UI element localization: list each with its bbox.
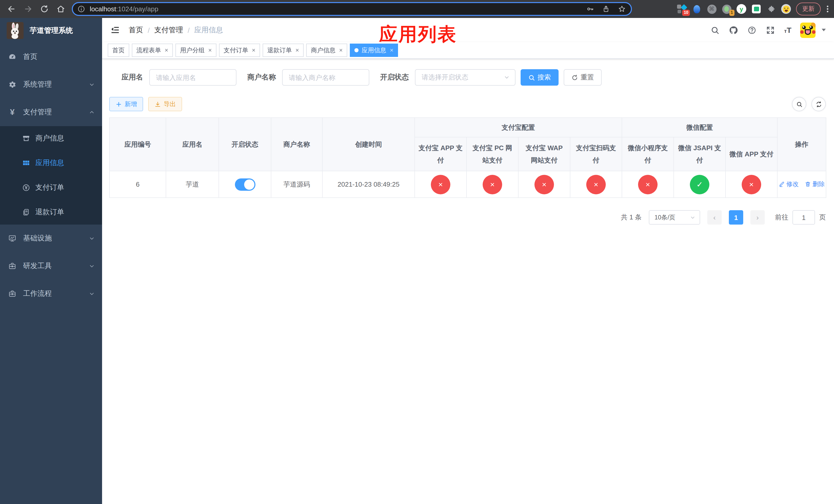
filter-row: 应用名 商户名称 开启状态 请选择开启状态	[109, 69, 826, 86]
apps-table: 应用编号应用名开启状态商户名称创建时间支付宝配置微信配置操作支付宝 APP 支付…	[109, 117, 826, 198]
current-page[interactable]: 1	[729, 210, 743, 225]
search-icon[interactable]	[710, 25, 720, 35]
sidebar-item-merchant-info[interactable]: 商户信息	[0, 126, 102, 151]
yudao-extension-icon[interactable]: y	[737, 4, 746, 14]
back-icon[interactable]	[6, 4, 16, 14]
sidebar: 芋道管理系统 首页系统管理¥支付管理商户信息应用信息支付订单退款订单基础设施研发…	[0, 18, 102, 504]
user-avatar[interactable]	[800, 22, 815, 38]
search-button[interactable]: 搜索	[521, 69, 558, 86]
password-key-icon[interactable]	[586, 5, 594, 13]
sub-column-header: 支付宝 WAP 网站支付	[518, 137, 570, 171]
browser-toolbar: localhost:1024/pay/app 10 ⌘ 1 y 更新	[0, 0, 834, 18]
column-header: 应用编号	[110, 118, 166, 171]
close-icon[interactable]: ×	[164, 47, 168, 53]
sidebar-item-app-info[interactable]: 应用信息	[0, 151, 102, 175]
close-icon[interactable]: ×	[339, 47, 343, 53]
add-button[interactable]: 新增	[109, 97, 143, 111]
fullscreen-icon[interactable]	[766, 25, 775, 35]
edit-button[interactable]: 修改	[778, 180, 798, 189]
address-bar[interactable]: localhost:1024/pay/app	[72, 2, 632, 16]
close-icon[interactable]: ×	[208, 47, 212, 53]
tab-user-group[interactable]: 用户分组×	[175, 44, 216, 57]
home-icon[interactable]	[56, 4, 66, 14]
merchant-name-label: 商户名称	[247, 73, 276, 82]
sidebar-menu: 首页系统管理¥支付管理商户信息应用信息支付订单退款订单基础设施研发工具工作流程	[0, 43, 102, 504]
close-icon[interactable]: ×	[390, 47, 393, 53]
sidebar-item-refund-order[interactable]: 退款订单	[0, 200, 102, 225]
search-icon	[528, 74, 535, 81]
tab-merchant-info[interactable]: 商户信息×	[306, 44, 347, 57]
url-text: localhost:1024/pay/app	[90, 5, 158, 13]
breadcrumb-item[interactable]: 支付管理	[154, 25, 183, 35]
tab-pay-order[interactable]: 支付订单×	[219, 44, 260, 57]
sidebar-item-payment[interactable]: ¥支付管理	[0, 98, 102, 126]
balloon-extension-icon[interactable]	[692, 4, 702, 14]
browser-update-button[interactable]: 更新	[796, 3, 821, 15]
download-icon	[154, 101, 161, 108]
avatar-caret-icon[interactable]	[822, 29, 826, 31]
sub-column-header: 微信 JSAPI 支付	[674, 137, 725, 171]
prev-page-button[interactable]: ‹	[707, 210, 722, 225]
sidebar-item-infrastructure[interactable]: 基础设施	[0, 225, 102, 252]
toggle-search-button[interactable]	[792, 97, 806, 111]
page-size-select[interactable]: 10条/页	[649, 210, 700, 225]
next-page-button[interactable]: ›	[750, 210, 765, 225]
forward-icon[interactable]	[23, 4, 33, 14]
group-header: 支付宝配置	[415, 118, 622, 137]
tab-app-info[interactable]: 应用信息×	[350, 44, 398, 57]
sidebar-item-home[interactable]: 首页	[0, 43, 102, 71]
breadcrumb-separator: /	[148, 26, 150, 34]
extensions-puzzle-icon[interactable]	[766, 4, 776, 14]
breadcrumb-item[interactable]: 首页	[129, 25, 143, 35]
chat-extension-icon[interactable]	[751, 4, 761, 14]
tab-flow-form[interactable]: 流程表单×	[132, 44, 173, 57]
camera-extension-icon[interactable]: 1	[722, 4, 731, 14]
tab-home[interactable]: 首页	[108, 44, 129, 57]
refresh-table-button[interactable]	[811, 97, 826, 111]
logo-row[interactable]: 芋道管理系统	[0, 18, 102, 43]
profile-avatar-icon[interactable]	[781, 4, 791, 14]
reload-icon[interactable]	[39, 4, 49, 14]
site-info-icon[interactable]	[78, 5, 86, 13]
cross-icon: ×	[534, 175, 554, 194]
command-extension-icon[interactable]: ⌘	[707, 4, 717, 14]
browser-menu-icon[interactable]	[826, 5, 829, 13]
sidebar-item-workflow[interactable]: 工作流程	[0, 280, 102, 307]
export-button[interactable]: 导出	[148, 97, 182, 111]
sidebar-item-pay-order[interactable]: 支付订单	[0, 175, 102, 200]
pin-extension-icon[interactable]: 10	[677, 4, 687, 14]
bookmark-star-icon[interactable]	[618, 5, 626, 13]
cell-pay-config: ×	[622, 171, 674, 198]
tab-refund-order[interactable]: 退款订单×	[263, 44, 304, 57]
delete-button[interactable]: 删除	[805, 180, 825, 189]
url-path: :1024/pay/app	[116, 5, 158, 13]
sidebar-item-system[interactable]: 系统管理	[0, 71, 102, 98]
breadcrumb-separator: /	[188, 26, 190, 34]
sidebar-fold-icon[interactable]	[110, 25, 120, 35]
merchant-name-input[interactable]	[282, 69, 369, 86]
font-size-icon[interactable]: тT	[784, 26, 791, 35]
close-icon[interactable]: ×	[295, 47, 299, 53]
status-toggle[interactable]	[235, 178, 255, 190]
cell-app-name: 芋道	[166, 171, 219, 198]
help-icon[interactable]	[747, 25, 757, 35]
goto-page-input[interactable]	[792, 210, 815, 225]
chevron-down-icon	[89, 235, 95, 242]
sidebar-item-dev-tools[interactable]: 研发工具	[0, 252, 102, 280]
share-icon[interactable]	[602, 5, 610, 13]
app-name-input[interactable]	[149, 69, 237, 86]
app-title: 芋道管理系统	[30, 26, 73, 35]
cell-status	[219, 171, 271, 198]
chevron-down-icon	[690, 214, 696, 220]
close-icon[interactable]: ×	[252, 47, 256, 53]
yen-icon: ¥	[8, 108, 17, 117]
pin-extension-badge: 10	[682, 10, 690, 16]
cell-pay-config: ×	[725, 171, 777, 198]
table-row: 6芋道芋道源码2021-10-23 08:49:25×××××✓×修改删除	[110, 171, 826, 198]
status-select[interactable]: 请选择开启状态	[415, 69, 515, 86]
table-head: 应用编号应用名开启状态商户名称创建时间支付宝配置微信配置操作支付宝 APP 支付…	[110, 118, 826, 171]
cell-actions: 修改删除	[777, 171, 826, 198]
navbar-actions: тT	[710, 22, 826, 38]
reset-button[interactable]: 重置	[564, 69, 602, 86]
github-icon[interactable]	[729, 25, 739, 35]
